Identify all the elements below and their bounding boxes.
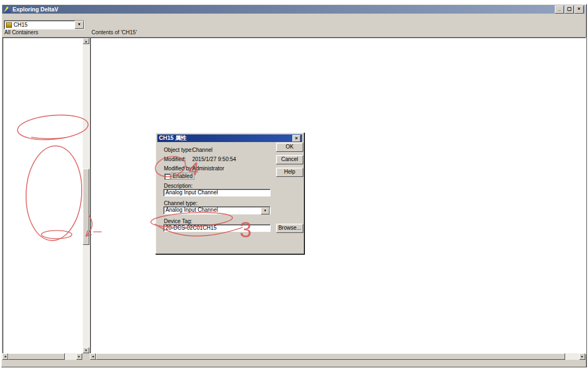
enabled-checkbox-label[interactable]: Enabled — [171, 173, 194, 179]
channel-type-select[interactable]: Analog Input Channel ▼ — [163, 206, 271, 214]
description-label: Description: — [164, 183, 193, 189]
device-tag-input[interactable]: 20-DCS-02C01CH15 — [163, 224, 271, 232]
tree-vertical-scrollbar[interactable]: ▲ ▼ — [83, 38, 89, 353]
channel-type-value: Analog Input Channel — [166, 207, 218, 213]
scrollbar-corner — [82, 353, 90, 360]
dialog-close-icon[interactable]: × — [292, 135, 301, 142]
modified-value: 2015/1/27 9:50:54 — [192, 156, 236, 162]
dialog-title: CH15 属性 — [159, 134, 187, 142]
device-tag-label: Device Tag: — [164, 218, 192, 224]
right-panel-label: Contents of 'CH15' — [91, 29, 137, 36]
modified-by-label: Modified by: — [164, 165, 193, 171]
channel-type-label: Channel type: — [164, 200, 198, 206]
title-bar: Exploring DeltaV _ ▢ × — [2, 5, 585, 14]
list-horizontal-scrollbar[interactable]: ◄ ► — [90, 353, 585, 360]
status-bar — [2, 360, 586, 367]
window-title: Exploring DeltaV — [13, 6, 58, 13]
minimize-button[interactable]: _ — [555, 5, 564, 14]
help-button[interactable]: Help — [276, 168, 303, 177]
combo-dropdown-button[interactable]: ▼ — [75, 21, 84, 29]
select-arrow-icon[interactable]: ▼ — [261, 207, 270, 214]
enabled-checkbox[interactable] — [164, 174, 170, 180]
browse-button[interactable]: Browse... — [276, 224, 303, 233]
object-combo[interactable]: CH15 ▼ — [4, 20, 84, 29]
object-type-value: Channel — [192, 147, 212, 153]
left-panel-label: All Containers — [4, 29, 38, 36]
close-button[interactable]: × — [574, 5, 584, 14]
toolbar: CH15 ▼ — [2, 20, 585, 29]
description-input[interactable]: Analog Input Channel — [163, 189, 271, 196]
maximize-button[interactable]: ▢ — [565, 5, 574, 14]
tree-horizontal-scrollbar[interactable]: ◄ ► — [2, 353, 82, 360]
channel-icon — [6, 22, 12, 28]
containers-tree-panel: ▲ ▼ — [2, 37, 90, 354]
deltav-app-icon — [4, 6, 11, 13]
dialog-title-bar: CH15 属性 × — [157, 134, 302, 142]
ok-button[interactable]: OK — [276, 143, 303, 152]
modified-by-value: Administrator — [192, 165, 224, 171]
cancel-button[interactable]: Cancel — [276, 155, 303, 164]
properties-dialog: CH15 属性 × Object type: Channel Modified:… — [155, 132, 304, 254]
modified-label: Modified: — [164, 156, 186, 162]
object-type-label: Object type: — [164, 147, 193, 153]
object-combo-value: CH15 — [14, 22, 28, 28]
